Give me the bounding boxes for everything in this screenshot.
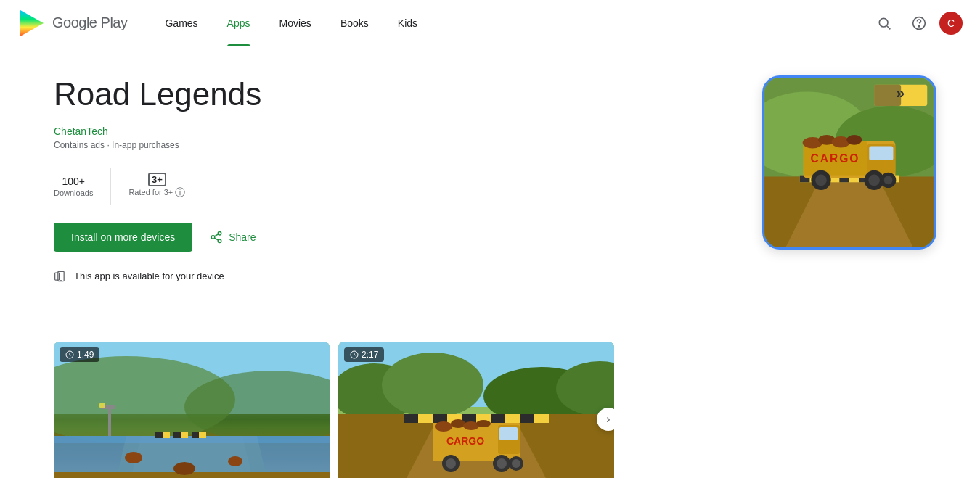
svg-point-56	[451, 419, 465, 428]
svg-point-26	[173, 462, 195, 475]
clock-icon-1	[65, 350, 74, 359]
app-title: Road Legends	[54, 75, 733, 114]
play-logo-icon	[17, 9, 46, 38]
video-duration-1: 1:49	[77, 350, 94, 360]
device-notice: This app is available for your device	[54, 269, 733, 284]
header: Google Play Games Apps Movies Books Kids…	[0, 0, 980, 46]
svg-point-4	[918, 25, 920, 27]
header-actions: C	[870, 9, 963, 38]
video-badge-2: 2:17	[344, 347, 384, 362]
svg-point-80	[884, 176, 893, 185]
device-notice-text: This app is available for your device	[74, 271, 224, 281]
screenshot-2[interactable]: CARGO	[338, 342, 614, 478]
chevron-right-icon: ›	[606, 413, 610, 426]
nav-books[interactable]: Books	[326, 0, 383, 46]
device-icon	[54, 269, 68, 284]
svg-line-8	[215, 238, 219, 240]
svg-point-78	[868, 175, 880, 186]
side-panel: CARGO »	[762, 46, 980, 478]
share-button[interactable]: Share	[204, 225, 261, 250]
svg-rect-40	[499, 427, 518, 440]
svg-line-9	[215, 234, 219, 236]
svg-point-27	[228, 456, 242, 466]
developer-link[interactable]: ChetanTech	[54, 125, 733, 137]
screenshots-section: 1:49	[54, 342, 733, 478]
svg-rect-28	[108, 407, 111, 436]
svg-point-58	[476, 420, 491, 427]
svg-point-55	[435, 421, 452, 432]
svg-rect-21	[173, 432, 181, 438]
video-badge-1: 1:49	[60, 347, 99, 362]
downloads-value: 100+	[54, 176, 93, 187]
screenshots-col: 1:49	[54, 313, 733, 478]
main-content: Road Legends ChetanTech Contains ads · I…	[0, 46, 762, 478]
svg-rect-23	[192, 432, 199, 438]
search-icon	[877, 16, 891, 30]
svg-point-1	[879, 18, 888, 27]
nav-apps[interactable]: Apps	[213, 0, 265, 46]
rating-label: Rated for 3+ ⓘ	[128, 186, 185, 199]
app-icon: CARGO »	[762, 75, 936, 250]
svg-text:CARGO: CARGO	[811, 152, 860, 165]
svg-rect-54	[520, 414, 534, 423]
svg-rect-19	[155, 432, 163, 438]
share-icon	[210, 231, 223, 244]
screenshot-1[interactable]: 1:49	[54, 342, 330, 478]
svg-marker-0	[20, 10, 44, 36]
below-fold: 1:49	[54, 313, 733, 478]
nav-movies[interactable]: Movies	[265, 0, 326, 46]
svg-rect-73	[869, 147, 893, 161]
app-meta: Contains ads · In-app purchases	[54, 140, 733, 150]
logo-text: Google Play	[52, 15, 127, 31]
logo-link[interactable]: Google Play	[17, 9, 127, 38]
help-button[interactable]	[905, 9, 934, 38]
stats-row: 100+ Downloads 3+ Rated for 3+ ⓘ	[54, 168, 733, 205]
rating-stat: 3+ Rated for 3+ ⓘ	[110, 168, 203, 205]
next-screenshot-btn[interactable]: ›	[597, 408, 614, 431]
svg-point-48	[512, 459, 520, 468]
rating-value: 3+	[128, 173, 185, 185]
nav-games[interactable]: Games	[150, 0, 212, 46]
downloads-label: Downloads	[54, 189, 93, 197]
search-button[interactable]	[870, 9, 899, 38]
install-button[interactable]: Install on more devices	[54, 223, 192, 252]
help-icon	[912, 16, 926, 30]
downloads-stat: 100+ Downloads	[54, 170, 110, 203]
rating-info-icon[interactable]: ⓘ	[175, 186, 185, 198]
main-nav: Games Apps Movies Books Kids	[150, 0, 870, 46]
svg-point-46	[497, 458, 507, 469]
rating-box: 3+	[148, 173, 166, 186]
nav-kids[interactable]: Kids	[383, 0, 432, 46]
clock-icon-2	[350, 350, 359, 359]
screenshot-2-scene: CARGO	[338, 342, 614, 478]
svg-point-7	[218, 239, 221, 243]
svg-point-34	[382, 353, 483, 418]
page-layout: Road Legends ChetanTech Contains ads · I…	[0, 46, 980, 478]
svg-point-5	[218, 231, 221, 235]
svg-point-76	[815, 175, 827, 186]
video-duration-2: 2:17	[362, 350, 378, 360]
svg-rect-30	[99, 403, 105, 408]
app-icon-image: CARGO »	[764, 75, 934, 250]
svg-line-2	[887, 25, 891, 29]
svg-rect-50	[404, 414, 418, 423]
svg-point-84	[846, 135, 862, 145]
svg-text:CARGO: CARGO	[446, 435, 484, 447]
svg-rect-11	[55, 273, 60, 280]
svg-point-44	[446, 458, 456, 469]
actions-row: Install on more devices Share	[54, 223, 733, 252]
svg-point-25	[125, 452, 142, 463]
user-avatar[interactable]: C	[939, 12, 963, 35]
svg-rect-53	[491, 414, 505, 423]
svg-point-6	[211, 236, 215, 239]
screenshot-1-scene	[54, 342, 330, 478]
svg-rect-87	[874, 85, 901, 106]
